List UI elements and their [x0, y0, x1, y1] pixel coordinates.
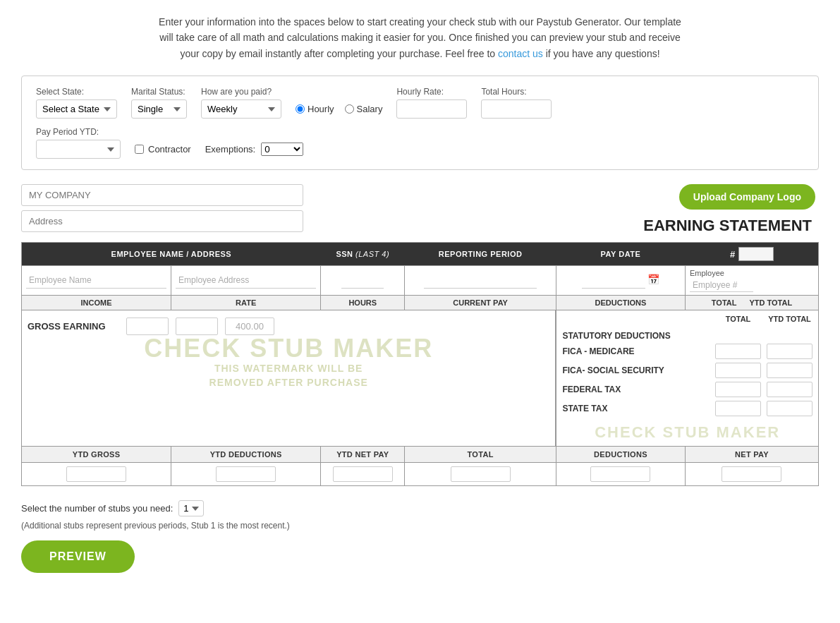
total-sub-header: TOTAL	[715, 315, 761, 323]
settings-row-1: Select State: Select a State AlabamaAlas…	[36, 87, 804, 119]
rate-input[interactable]: 10	[126, 317, 169, 335]
stub-table: EMPLOYEE NAME / ADDRESS SSN (LAST 4) REP…	[21, 242, 819, 486]
rate-col-header: RATE	[171, 296, 321, 310]
ytd-net-pay-value-cell: 1624.50	[321, 463, 405, 486]
fica-ss-total-input[interactable]: 24.80	[715, 363, 761, 378]
salary-radio[interactable]	[345, 104, 354, 114]
earning-statement-title: EARNING STATEMENT	[643, 217, 815, 235]
salary-radio-label[interactable]: Salary	[345, 104, 383, 114]
deductions-value-cell: 75.10	[556, 463, 685, 486]
deductions-watermark: CHECK STUB MAKER	[562, 423, 812, 442]
net-pay-input[interactable]: 324.90	[722, 466, 781, 482]
statutory-header: STATUTORY DEDUCTIONS	[562, 327, 812, 344]
stubs-select-row: Select the number of stubs you need: 123…	[21, 500, 819, 516]
stubs-note: (Additional stubs represent previous per…	[21, 521, 819, 531]
current-pay-col-header: CURRENT PAY	[405, 296, 556, 310]
ssn-cell: XXXX	[321, 266, 405, 296]
right-header: Upload Company Logo EARNING STATEMENT	[643, 184, 819, 235]
marital-select[interactable]: SingleMarried	[131, 99, 187, 119]
total-value-cell: 400.00	[405, 463, 556, 486]
gross-earning-row: GROSS EARNING 10 40 400.00	[22, 310, 555, 342]
ytd-gross-input[interactable]: 2000.00	[66, 466, 126, 482]
contact-us-link[interactable]: contact us	[498, 48, 543, 59]
reporting-period-input[interactable]: 09/22/2023 - 09/28/2023	[424, 272, 537, 289]
hourly-rate-group: Hourly Rate: 10	[396, 87, 467, 119]
stub-number-header: # 1234	[685, 243, 818, 266]
company-address-input[interactable]	[21, 210, 303, 232]
income-deductions-row: GROSS EARNING 10 40 400.00 CHECK STUB MA…	[22, 310, 819, 447]
pay-type-select[interactable]: WeeklyBi-WeeklySemi-MonthlyMonthly	[201, 99, 281, 119]
total-hours-group: Total Hours: 40	[481, 87, 552, 119]
ytd-net-pay-input[interactable]: 1624.50	[333, 466, 393, 482]
total-input[interactable]: 400.00	[451, 466, 511, 482]
state-tax-total-input[interactable]: 0.00	[715, 401, 761, 416]
net-pay-value-cell: 324.90	[685, 463, 818, 486]
fica-medicare-total-input[interactable]: 5.80	[715, 344, 761, 359]
column-headers-row: INCOME RATE HOURS CURRENT PAY DEDUCTIONS…	[22, 296, 819, 310]
federal-tax-total-input[interactable]: 44.50	[715, 382, 761, 397]
hash-symbol: #	[730, 249, 736, 260]
income-section: GROSS EARNING 10 40 400.00 CHECK STUB MA…	[22, 310, 556, 447]
federal-tax-ytd-input[interactable]: 225.50	[767, 382, 812, 397]
deductions-total-input[interactable]: 75.10	[590, 466, 650, 482]
exemptions-label: Exemptions:	[205, 144, 256, 155]
marital-field-group: Marital Status: SingleMarried	[131, 87, 187, 119]
upload-logo-button[interactable]: Upload Company Logo	[679, 184, 815, 210]
calendar-icon[interactable]: 📅	[647, 274, 659, 285]
stubs-label: Select the number of stubs you need:	[21, 503, 173, 514]
deductions-col-header: DEDUCTIONS	[556, 296, 685, 310]
company-name-input[interactable]	[21, 184, 303, 206]
totals-header-row: YTD GROSS YTD DEDUCTIONS YTD NET PAY TOT…	[22, 447, 819, 463]
ssn-input[interactable]: XXXX	[341, 272, 384, 289]
employee-number-input[interactable]	[690, 279, 753, 292]
hourly-radio-label[interactable]: Hourly	[296, 104, 334, 114]
state-tax-row: STATE TAX 0.00 0.00	[562, 401, 812, 416]
employee-name-cell	[22, 266, 171, 296]
fica-ss-ytd-input[interactable]: 124.00	[767, 363, 812, 378]
employee-name-address-header: EMPLOYEE NAME / ADDRESS	[22, 243, 321, 266]
state-label: Select State:	[36, 87, 117, 97]
total-hours-input[interactable]: 40	[481, 99, 552, 119]
deductions-col-header-row: TOTAL YTD TOTAL	[562, 315, 812, 323]
fica-medicare-ytd-input[interactable]: 29.00	[767, 344, 812, 359]
intro-text-4: if you have any questions!	[546, 48, 660, 59]
income-col-header: INCOME	[22, 296, 171, 310]
ytd-deductions-input[interactable]: 375.50	[216, 466, 276, 482]
hours-input[interactable]: 40	[176, 317, 218, 335]
pay-date-input[interactable]: 09/29/2023	[582, 272, 645, 289]
employee-address-input[interactable]	[176, 272, 316, 289]
pay-date-cell: 09/29/2023 📅	[556, 266, 685, 296]
state-tax-label: STATE TAX	[562, 404, 715, 413]
pay-period-label: Pay Period YTD:	[36, 127, 121, 137]
pay-period-group: Pay Period YTD:	[36, 127, 121, 159]
total-header: TOTAL	[405, 447, 556, 463]
federal-tax-label: FEDERAL TAX	[562, 385, 715, 394]
stubs-count-select[interactable]: 12345	[178, 500, 204, 516]
contractor-group: Contractor	[135, 131, 191, 155]
fica-medicare-label: FICA - MEDICARE	[562, 346, 715, 356]
hourly-rate-input[interactable]: 10	[396, 99, 467, 119]
fica-medicare-row: FICA - MEDICARE 5.80 29.00	[562, 344, 812, 359]
fica-ss-row: FICA- SOCIAL SECURITY 24.80 124.00	[562, 363, 812, 378]
reporting-period-header: REPORTING PERIOD	[405, 243, 556, 266]
hourly-radio[interactable]	[296, 104, 305, 114]
company-inputs	[21, 184, 303, 232]
state-tax-ytd-input[interactable]: 0.00	[767, 401, 812, 416]
pay-type-label: How are you paid?	[201, 87, 281, 97]
employee-address-cell	[171, 266, 321, 296]
exemptions-select[interactable]: 012345	[261, 143, 303, 156]
table-header-row: EMPLOYEE NAME / ADDRESS SSN (LAST 4) REP…	[22, 243, 819, 266]
employee-number-cell: Employee	[685, 266, 818, 296]
pay-period-select[interactable]	[36, 140, 121, 159]
stub-number-input[interactable]: 1234	[738, 247, 774, 261]
net-pay-header: NET PAY	[685, 447, 818, 463]
intro-text-3: your copy by email instantly after compl…	[180, 48, 495, 59]
employee-name-input[interactable]	[26, 272, 166, 289]
hours-col-header: HOURS	[321, 296, 405, 310]
federal-tax-vals: 44.50 225.50	[715, 382, 812, 397]
gross-earning-label: GROSS EARNING	[28, 321, 119, 332]
contractor-checkbox[interactable]	[135, 145, 144, 154]
hourly-label: Hourly	[308, 104, 334, 114]
preview-button[interactable]: PREVIEW	[21, 540, 135, 573]
state-select[interactable]: Select a State AlabamaAlaskaArizona Cali…	[36, 99, 117, 119]
